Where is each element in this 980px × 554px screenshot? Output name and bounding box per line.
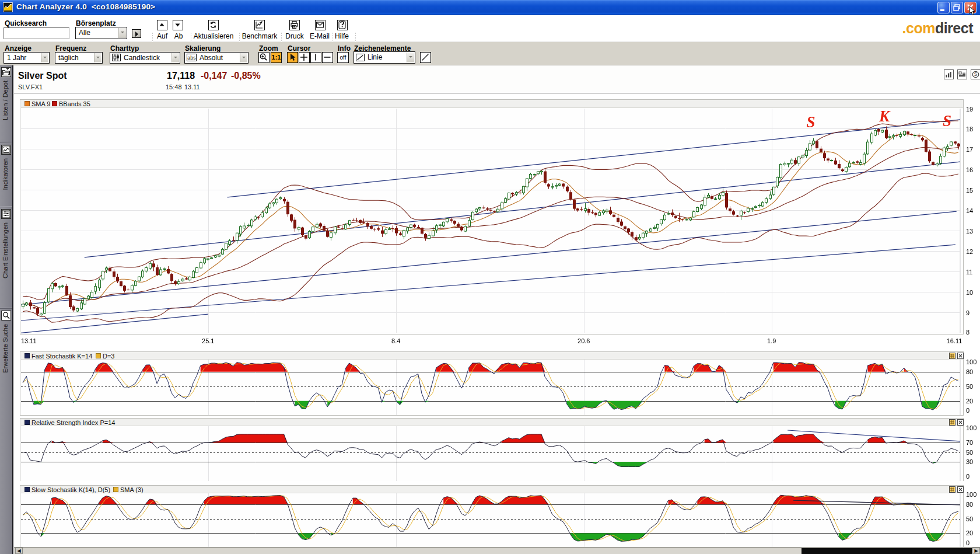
arrow-left-icon: ◀ — [17, 548, 20, 553]
skalierung-select[interactable]: abs Absolut — [184, 52, 249, 64]
legend-label-rsi: Relative Strength Index P=14 — [32, 419, 115, 426]
zoom-ratio-label: 1:1 — [271, 54, 281, 61]
cursor-hline-button[interactable] — [322, 52, 333, 63]
legend-label-fastd: D=3 — [103, 353, 115, 360]
quicksearch-input[interactable] — [4, 27, 69, 39]
abs-scale-icon: abs — [187, 54, 197, 61]
cursor-cross-button[interactable] — [299, 52, 310, 63]
auf-label: Auf — [153, 32, 171, 40]
chart-toolbar: Anzeige 1 Jahr Frequenz täglich Charttyp… — [0, 42, 980, 65]
dropdown-arrow-icon[interactable] — [172, 53, 179, 62]
panel-close-button[interactable] — [957, 486, 964, 493]
info-value: off — [338, 54, 348, 61]
info-label: Info — [338, 44, 351, 53]
boersenplatz-select[interactable]: Alle — [75, 27, 127, 39]
quote-date: 13.11 — [184, 83, 200, 90]
main-price-chart[interactable] — [0, 93, 980, 348]
window-title: Chart Analyzer 4.0 <co1084985190> — [16, 2, 155, 11]
diagonal-line-icon — [421, 53, 430, 62]
legend-label-sma9: SMA 9 — [32, 100, 50, 107]
minimize-icon — [938, 2, 949, 13]
dropdown-arrow-icon[interactable] — [407, 53, 414, 62]
dropdown-arrow-icon[interactable] — [94, 53, 102, 62]
info-toggle-button[interactable]: off — [337, 52, 349, 63]
folder-icon — [1, 67, 11, 77]
instrument-name: Silver Spot — [18, 71, 67, 81]
vertical-line-icon — [311, 53, 320, 62]
logo-direct: direct — [935, 20, 973, 36]
properties-grid-icon — [950, 420, 955, 425]
zeichenelemente-select[interactable]: Linie — [354, 51, 415, 64]
help-icon — [338, 20, 346, 29]
printer-icon — [290, 20, 299, 29]
magnifier-plus-icon — [259, 53, 268, 62]
slow-stochastic-legend: Slow Stochastik K(14), D(5) SMA (3) — [21, 486, 963, 493]
price-change: -0,147 — [201, 71, 227, 81]
arrow-right-icon: ▶ — [974, 548, 978, 553]
app-logo-icon — [3, 2, 13, 12]
boersenplatz-go-button[interactable] — [132, 29, 141, 38]
dropdown-arrow-icon[interactable] — [118, 28, 126, 38]
ab-button[interactable] — [173, 20, 183, 30]
cursor-label: Cursor — [288, 44, 310, 53]
restore-button[interactable] — [951, 2, 963, 13]
panel-close-button[interactable] — [957, 419, 964, 426]
email-button[interactable] — [315, 20, 326, 30]
news-icon[interactable] — [957, 69, 967, 79]
scroll-right-button[interactable]: ▶ — [972, 548, 980, 554]
frequenz-select[interactable]: täglich — [55, 52, 103, 64]
cursor-vline-button[interactable] — [310, 52, 321, 63]
close-button[interactable] — [964, 2, 977, 13]
restore-icon — [951, 2, 963, 13]
bbands-legend-swatch — [52, 101, 57, 106]
auf-button[interactable] — [157, 20, 167, 30]
email-label: E-Mail — [308, 32, 331, 40]
refresh-icon — [209, 20, 218, 29]
druck-button[interactable] — [289, 20, 300, 30]
frequenz-value: täglich — [58, 54, 79, 62]
zoom-in-button[interactable] — [258, 52, 270, 63]
scroll-left-button[interactable]: ◀ — [15, 548, 23, 554]
price-change-percent: -0,85% — [231, 71, 261, 81]
snapshot-icon[interactable]: S — [971, 69, 980, 79]
benchmark-button[interactable] — [254, 20, 265, 30]
instrument-header: Silver Spot SLV.FX1 17,118 -0,147 -0,85%… — [14, 65, 980, 93]
skalierung-value: Absolut — [200, 54, 223, 62]
scrollbar-thumb[interactable] — [802, 548, 972, 554]
panel-properties-button[interactable] — [949, 419, 956, 426]
rsi-legend-swatch — [24, 420, 30, 425]
close-x-icon — [958, 420, 963, 425]
charttyp-select[interactable]: Candlestick — [110, 52, 180, 64]
panel-properties-button[interactable] — [949, 486, 956, 493]
arrow-up-icon — [158, 20, 166, 29]
zoom-reset-button[interactable]: 1:1 — [271, 52, 282, 63]
chart-view-icon[interactable] — [944, 69, 954, 79]
charttyp-value: Candlestick — [124, 54, 160, 62]
legend-label-bbands: BBands 35 — [59, 100, 90, 107]
aktualisieren-button[interactable] — [208, 20, 219, 30]
close-x-icon — [958, 487, 963, 492]
zoom-label: Zoom — [259, 44, 278, 53]
aktualisieren-label: Aktualisieren — [192, 32, 235, 40]
anzeige-label: Anzeige — [5, 44, 32, 53]
properties-grid-icon — [950, 353, 955, 358]
panel-properties-button[interactable] — [949, 353, 956, 359]
minimize-button[interactable] — [937, 2, 950, 13]
crosshair-icon — [299, 53, 309, 62]
quote-time: 15:48 — [166, 83, 182, 90]
dropdown-arrow-icon[interactable] — [41, 53, 48, 62]
titlebar: Chart Analyzer 4.0 <co1084985190> — [0, 0, 980, 15]
draw-line-button[interactable] — [420, 52, 431, 63]
envelope-icon — [316, 20, 324, 29]
dropdown-arrow-icon[interactable] — [240, 53, 247, 62]
hilfe-button[interactable] — [337, 20, 348, 30]
cursor-arrow-icon — [288, 53, 297, 62]
fast-stochastic-legend: Fast Stochastik K=14 D=3 — [21, 352, 963, 360]
anzeige-select[interactable]: 1 Jahr — [4, 52, 50, 64]
chart-hscrollbar[interactable]: ◀ ▶ — [14, 547, 980, 554]
legend-label-fastk: Fast Stochastik K=14 — [32, 353, 92, 360]
rsi-legend: Relative Strength Index P=14 — [21, 419, 963, 426]
instrument-symbol: SLV.FX1 — [18, 83, 43, 90]
cursor-arrow-button[interactable] — [287, 52, 298, 63]
panel-close-button[interactable] — [957, 353, 964, 359]
